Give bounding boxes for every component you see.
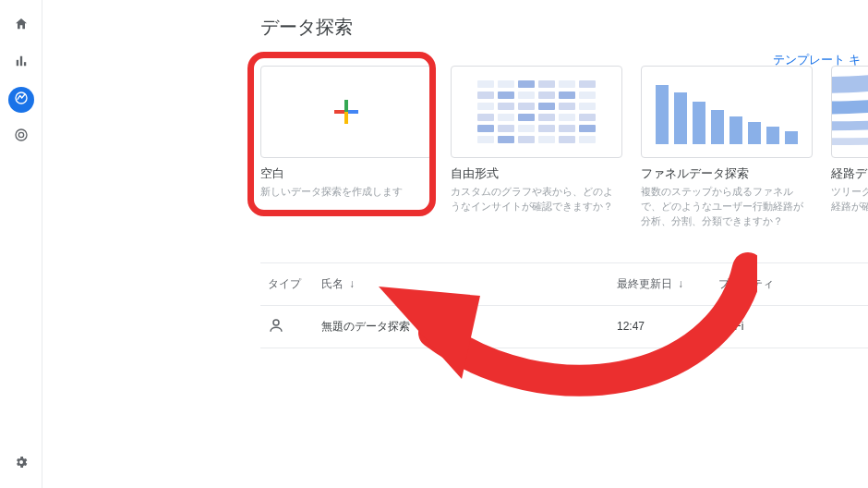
list-header: タイプ 氏名 ↓ 最終更新日 ↓ プロパティ <box>260 263 868 306</box>
sidebar-item-advertising[interactable] <box>8 124 34 150</box>
row-name: 無題のデータ探索 <box>321 319 617 335</box>
main-content: データ探索 テンプレート キ 空白 新しいデータ探索を作成します <box>42 0 868 488</box>
template-gallery: 空白 新しいデータ探索を作成します 自由形式 カスタムのグラフや表から、どのよう… <box>260 66 868 229</box>
bar-chart-icon <box>15 55 28 71</box>
explorations-list: タイプ 氏名 ↓ 最終更新日 ↓ プロパティ 無題のデータ探索 12:47 Bl… <box>260 262 868 348</box>
sidebar-item-settings[interactable] <box>8 451 34 477</box>
svg-rect-0 <box>16 60 18 66</box>
template-card-freeform[interactable]: 自由形式 カスタムのグラフや表から、どのようなインサイトが確認できますか？ <box>451 66 622 229</box>
page-title: データ探索 <box>260 15 868 40</box>
row-type-icon <box>260 317 321 336</box>
thumb-freeform <box>451 66 622 158</box>
sort-arrow-icon: ↓ <box>349 277 355 290</box>
svg-point-4 <box>16 129 27 140</box>
sidebar-item-reports[interactable] <box>8 50 34 76</box>
template-card-path[interactable]: 経路データ探索 ツリーグラフから、ユーザーのど動経路が確認できますか？ <box>831 66 868 229</box>
svg-point-5 <box>18 132 23 137</box>
card-title: 経路データ探索 <box>831 165 868 182</box>
svg-rect-2 <box>23 62 25 66</box>
row-updated: 12:47 <box>617 320 718 333</box>
gear-icon <box>14 455 29 473</box>
card-title: 自由形式 <box>451 165 622 182</box>
col-header-property[interactable]: プロパティ <box>718 276 868 292</box>
home-icon <box>14 17 29 35</box>
template-card-funnel[interactable]: ファネルデータ探索 複数のステップから成るファネルで、どのようなユーザー行動経路… <box>641 66 813 229</box>
sidebar-item-home[interactable] <box>8 13 34 39</box>
explore-icon <box>14 91 29 109</box>
sankey-icon <box>832 67 868 158</box>
person-icon <box>268 317 284 334</box>
card-desc: ツリーグラフから、ユーザーのど動経路が確認できますか？ <box>831 185 868 214</box>
card-title: 空白 <box>260 165 432 182</box>
plus-icon <box>334 100 358 124</box>
svg-rect-1 <box>19 56 21 67</box>
target-icon <box>14 128 29 146</box>
col-header-name[interactable]: 氏名 ↓ <box>321 276 617 292</box>
col-header-updated[interactable]: 最終更新日 ↓ <box>617 276 718 292</box>
sort-arrow-icon: ↓ <box>678 277 683 290</box>
row-property: BloFi <box>718 320 868 333</box>
sidebar-item-explore[interactable] <box>8 87 34 113</box>
template-card-blank[interactable]: 空白 新しいデータ探索を作成します <box>260 66 432 229</box>
col-header-type[interactable]: タイプ <box>260 276 321 292</box>
card-title: ファネルデータ探索 <box>641 165 813 182</box>
card-desc: 複数のステップから成るファネルで、どのようなユーザー行動経路が分析、分割、分類で… <box>641 185 813 229</box>
card-desc: 新しいデータ探索を作成します <box>260 185 432 200</box>
left-sidebar <box>0 0 42 488</box>
card-desc: カスタムのグラフや表から、どのようなインサイトが確認できますか？ <box>451 185 622 214</box>
table-row[interactable]: 無題のデータ探索 12:47 BloFi <box>260 306 868 348</box>
thumb-funnel <box>641 66 813 158</box>
thumb-blank <box>260 66 432 158</box>
svg-point-6 <box>273 320 279 325</box>
thumb-path <box>831 66 868 158</box>
